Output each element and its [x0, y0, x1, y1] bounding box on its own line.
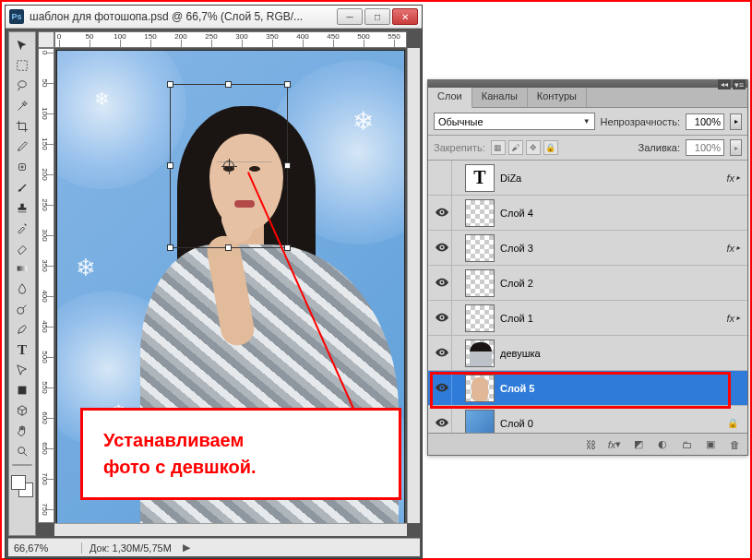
move-tool-icon[interactable]	[12, 36, 32, 54]
lock-all-icon[interactable]: 🔒	[543, 140, 558, 155]
layer-name[interactable]: DiZa	[500, 173, 726, 184]
type-tool-icon[interactable]: T	[12, 340, 32, 359]
ruler-horizontal[interactable]: 050100150200250300350400450500550	[54, 31, 407, 48]
opacity-flyout-icon[interactable]: ▸	[730, 113, 742, 130]
3d-tool-icon[interactable]	[12, 401, 32, 420]
layer-fx-indicator[interactable]: fx▸	[726, 173, 740, 184]
adjustment-layer-icon[interactable]: ◐	[655, 437, 670, 452]
color-swatches[interactable]	[11, 475, 33, 497]
transform-handle[interactable]	[167, 244, 173, 251]
path-tool-icon[interactable]	[12, 361, 32, 379]
delete-layer-icon[interactable]: 🗑	[727, 437, 742, 452]
shape-tool-icon[interactable]	[12, 381, 32, 399]
wand-tool-icon[interactable]	[12, 97, 32, 115]
layer-visibility-toggle[interactable]	[432, 301, 452, 335]
transform-handle[interactable]	[284, 162, 291, 169]
layer-row[interactable]: Слой 1fx▸	[428, 301, 747, 336]
layer-row[interactable]: TDiZafx▸	[428, 161, 747, 196]
layer-row[interactable]: Слой 5	[428, 371, 747, 406]
layer-thumbnail[interactable]	[465, 375, 495, 402]
layer-name[interactable]: Слой 1	[500, 313, 726, 324]
layer-row[interactable]: девушка	[428, 336, 747, 371]
layer-name[interactable]: Слой 5	[500, 383, 744, 394]
opacity-field[interactable]: 100%	[686, 113, 724, 130]
layer-thumbnail[interactable]	[465, 304, 495, 332]
transform-handle[interactable]	[167, 162, 173, 169]
transform-handle[interactable]	[225, 244, 232, 251]
layer-row[interactable]: Слой 3fx▸	[428, 231, 747, 266]
layer-visibility-toggle[interactable]	[432, 371, 452, 405]
panel-collapse-icon[interactable]: ◂◂	[718, 79, 731, 89]
layer-name[interactable]: Слой 4	[500, 208, 744, 219]
lock-transparency-icon[interactable]: ▦	[491, 140, 506, 155]
minimize-button[interactable]: ─	[337, 8, 363, 25]
layer-visibility-toggle[interactable]	[432, 266, 452, 300]
layer-name[interactable]: Слой 0	[500, 418, 727, 429]
layer-thumbnail[interactable]	[465, 340, 495, 367]
link-layers-icon[interactable]: ⛓	[583, 437, 598, 452]
layer-row[interactable]: Слой 2	[428, 266, 747, 301]
layer-row[interactable]: Слой 0🔒	[428, 406, 747, 433]
layer-fx-indicator[interactable]: fx▸	[726, 243, 740, 254]
vertical-scrollbar[interactable]	[407, 48, 420, 523]
transform-handle[interactable]	[225, 81, 232, 88]
layer-thumbnail[interactable]: T	[465, 164, 495, 192]
blur-tool-icon[interactable]	[12, 280, 32, 298]
transform-handle[interactable]	[167, 81, 173, 88]
fill-field[interactable]: 100%	[686, 139, 724, 156]
fill-flyout-icon[interactable]: ▸	[730, 139, 742, 156]
transform-center-icon[interactable]	[223, 161, 234, 172]
tab-channels[interactable]: Каналы	[472, 88, 528, 107]
tab-layers[interactable]: Слои	[428, 88, 472, 108]
layer-mask-icon[interactable]: ◩	[631, 437, 646, 452]
layer-thumbnail[interactable]	[465, 234, 495, 262]
layer-visibility-toggle[interactable]	[432, 336, 452, 370]
doc-info[interactable]: Док: 1,30M/5,75M	[82, 542, 179, 554]
healing-tool-icon[interactable]	[12, 158, 32, 176]
layer-visibility-toggle[interactable]	[432, 406, 452, 433]
close-button[interactable]: ✕	[392, 8, 418, 25]
layer-thumbnail[interactable]	[465, 199, 495, 227]
horizontal-scrollbar[interactable]	[54, 523, 407, 536]
layer-fx-icon[interactable]: fx▾	[607, 437, 622, 452]
blend-mode-dropdown[interactable]: Обычные ▼	[434, 113, 595, 130]
crop-tool-icon[interactable]	[12, 117, 32, 136]
layer-fx-indicator[interactable]: fx▸	[726, 313, 740, 324]
gradient-tool-icon[interactable]	[12, 259, 32, 278]
zoom-field[interactable]: 66,67%	[8, 542, 82, 554]
zoom-tool-icon[interactable]	[12, 442, 32, 460]
layer-visibility-toggle[interactable]	[432, 196, 452, 230]
panel-titlebar[interactable]: ◂◂ ▾≡	[428, 80, 747, 88]
layers-list[interactable]: TDiZafx▸Слой 4Слой 3fx▸Слой 2Слой 1fx▸де…	[428, 161, 747, 433]
eraser-tool-icon[interactable]	[12, 239, 32, 257]
stamp-tool-icon[interactable]	[12, 198, 32, 217]
layer-row[interactable]: Слой 4	[428, 196, 747, 231]
layer-visibility-toggle[interactable]	[432, 161, 452, 195]
dodge-tool-icon[interactable]	[12, 300, 32, 318]
marquee-tool-icon[interactable]	[12, 56, 32, 75]
layer-visibility-toggle[interactable]	[432, 231, 452, 265]
foreground-color-swatch[interactable]	[11, 475, 26, 490]
history-brush-tool-icon[interactable]	[12, 219, 32, 237]
lock-pixels-icon[interactable]: 🖌	[508, 140, 523, 155]
tab-paths[interactable]: Контуры	[528, 88, 587, 107]
lasso-tool-icon[interactable]	[12, 77, 32, 95]
layer-name[interactable]: Слой 3	[500, 243, 726, 254]
hand-tool-icon[interactable]	[12, 422, 32, 440]
brush-tool-icon[interactable]	[12, 178, 32, 197]
ruler-origin[interactable]	[38, 31, 54, 48]
transform-handle[interactable]	[284, 81, 291, 88]
layer-thumbnail[interactable]	[465, 410, 495, 434]
titlebar[interactable]: Ps шаблон для фотошопа.psd @ 66,7% (Слой…	[6, 6, 422, 29]
maximize-button[interactable]: □	[364, 8, 390, 25]
statusbar-menu-icon[interactable]: ▶	[183, 542, 190, 554]
transform-handle[interactable]	[284, 244, 291, 251]
ruler-vertical[interactable]: 0501001502002503003504004505005506006507…	[38, 48, 54, 523]
layer-group-icon[interactable]: 🗀	[679, 437, 694, 452]
eyedropper-tool-icon[interactable]	[12, 137, 32, 156]
new-layer-icon[interactable]: ▣	[703, 437, 718, 452]
layer-name[interactable]: Слой 2	[500, 278, 744, 289]
panel-menu-icon[interactable]: ▾≡	[733, 79, 746, 89]
layer-thumbnail[interactable]	[465, 269, 495, 297]
layer-name[interactable]: девушка	[500, 348, 744, 359]
